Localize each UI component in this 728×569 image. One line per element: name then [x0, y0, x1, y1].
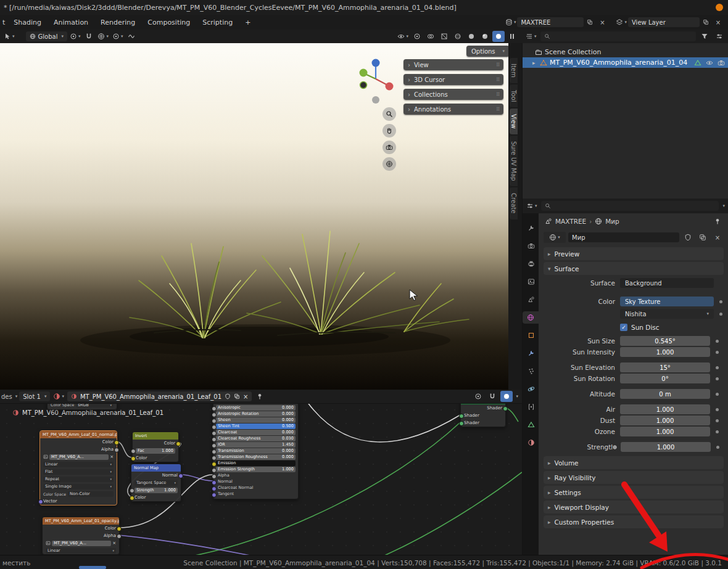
grip-handle-icon[interactable]: ⠿	[496, 92, 499, 97]
xray-toggle[interactable]	[438, 31, 450, 42]
pin-id-button[interactable]	[711, 216, 724, 227]
snap-target-button[interactable]	[472, 391, 484, 402]
duplicate-material-icon[interactable]	[234, 393, 240, 399]
show-overlays-toggle[interactable]	[424, 31, 437, 42]
node-dropdown[interactable]: Flat▾	[43, 469, 114, 475]
socket-fac-in[interactable]	[131, 449, 136, 454]
collapsed-panel[interactable]: ▸Custom Properties	[544, 515, 724, 528]
unlink-material-icon[interactable]: ×	[243, 393, 248, 400]
value-slider[interactable]: 15°	[620, 362, 710, 372]
node-param[interactable]: Clearcoat Roughness 0.030	[216, 436, 296, 441]
animate-dot[interactable]	[716, 430, 719, 433]
view-layer-icon[interactable]: ▾	[614, 17, 628, 28]
animate-dot[interactable]	[719, 313, 722, 316]
fac-slider[interactable]: Fac1.000	[136, 448, 175, 454]
value-slider[interactable]: 1.000	[620, 427, 710, 436]
node-param[interactable]: Transmission Roughness 0.000	[216, 454, 296, 460]
unlink-image-icon[interactable]: ×	[110, 454, 114, 459]
properties-tab-tool[interactable]	[524, 222, 539, 234]
outliner-row[interactable]: ▸ MT_PM_V60_Ammophila_arenaria_01_04	[523, 57, 728, 68]
node-header[interactable]: MT_PM_V60_Amm_Leaf_01_normal.p	[40, 431, 117, 438]
preview-shading-button[interactable]	[500, 391, 513, 402]
value-slider[interactable]: 1.000	[620, 404, 710, 414]
workspace-tab[interactable]: Rendering	[94, 17, 141, 28]
slot-dropdown[interactable]: Slot 1▾	[19, 391, 50, 401]
npanel-section-button[interactable]: › Collections ⠿	[403, 89, 503, 100]
socket-color-out[interactable]	[176, 441, 181, 446]
value-slider[interactable]: 1.000	[620, 415, 710, 425]
node-dropdown[interactable]: Linear▾	[46, 548, 116, 554]
sidebar-tab[interactable]: Create	[510, 187, 518, 219]
image-datablock-row[interactable]: MT_PM_V60_A... ×	[43, 539, 119, 547]
pin-button[interactable]	[254, 391, 266, 402]
properties-tab-view-layer[interactable]	[524, 276, 539, 288]
outliner-filter-button[interactable]	[698, 31, 711, 42]
navigation-gizmo[interactable]	[355, 57, 396, 107]
properties-tab-output[interactable]	[524, 258, 539, 270]
node-dropdown[interactable]: Linear▾	[43, 462, 114, 467]
sidebar-tab[interactable]: Sure UV Map	[510, 136, 518, 186]
socket-color-out[interactable]	[117, 526, 122, 531]
socket-color-in[interactable]	[131, 456, 136, 461]
node-image-texture-normal[interactable]: MT_PM_V60_Amm_Leaf_01_normal.p Color Alp…	[39, 430, 117, 506]
sidebar-tab[interactable]: Item	[510, 58, 518, 83]
add-workspace-button[interactable]: +	[239, 17, 257, 28]
disable-render-icon[interactable]	[718, 59, 725, 67]
snap-toggle[interactable]	[83, 31, 95, 42]
viewport-options-button[interactable]: Options ▾	[466, 46, 510, 57]
properties-tab-physics[interactable]	[524, 383, 539, 395]
mode-dropdown[interactable]: ▾	[2, 31, 16, 42]
node-header[interactable]: Invert	[133, 432, 178, 440]
socket-shader-in[interactable]	[459, 421, 464, 426]
surface-shader-button[interactable]: Background	[620, 278, 714, 288]
grip-handle-icon[interactable]: ⠿	[496, 62, 499, 68]
outliner-search-input[interactable]	[540, 31, 696, 41]
socket-strength-in[interactable]	[130, 488, 134, 493]
panel-preview[interactable]: ▸Preview	[544, 247, 724, 260]
node-header[interactable]: Normal Map	[131, 464, 181, 472]
animate-dot[interactable]	[716, 419, 719, 422]
node-socket-in[interactable]	[212, 493, 217, 497]
colorspace-dropdown[interactable]: Non-Color	[68, 491, 114, 497]
camera-view-button[interactable]	[383, 141, 396, 154]
pause-render-button[interactable]	[506, 31, 518, 42]
node-param[interactable]: Clearcoat Normal	[216, 485, 296, 491]
node-param[interactable]: Anisotropic 0.000	[216, 405, 296, 411]
shading-material-button[interactable]	[479, 31, 491, 42]
panel-surface[interactable]: ▾Surface	[544, 262, 724, 275]
workspace-tab[interactable]: Shading	[7, 17, 48, 28]
properties-tab-render[interactable]	[524, 240, 539, 252]
socket-alpha-out[interactable]	[114, 448, 119, 452]
editor-type-outliner-button[interactable]: ▾	[524, 31, 538, 42]
node-param[interactable]: Normal	[216, 479, 296, 485]
collapsed-panel[interactable]: ▸Volume	[544, 456, 724, 469]
animate-dot[interactable]	[716, 446, 719, 449]
node-dropdown[interactable]: Repeat▾	[43, 477, 114, 482]
node-header[interactable]: MT_PM_V60_Amm_Leaf_01_opacity.jp	[43, 517, 119, 525]
animate-dot[interactable]	[716, 366, 719, 369]
shading-rendered-button[interactable]	[492, 31, 505, 42]
new-scene-button[interactable]	[584, 17, 596, 28]
view-layer-name-field[interactable]: View Layer	[628, 17, 700, 27]
node-invert[interactable]: Invert Color Fac1.000 Color	[132, 432, 179, 462]
show-gizmo-toggle[interactable]	[411, 31, 423, 42]
socket-color-out[interactable]	[114, 440, 119, 445]
node-param[interactable]: Transmission 0.000	[216, 448, 296, 454]
npanel-section-button[interactable]: › 3D Cursor ⠿	[403, 74, 503, 85]
orientation-dropdown[interactable]: Global ▾	[26, 31, 67, 41]
unlink-image-icon[interactable]: ×	[112, 541, 116, 546]
properties-tab-constraints[interactable]	[524, 401, 539, 413]
sun-disc-checkbox[interactable]: ✓ Sun Disc	[620, 324, 722, 331]
shading-wireframe-button[interactable]	[452, 31, 464, 42]
properties-search-input[interactable]	[541, 201, 719, 211]
falloff-dropdown[interactable]	[125, 31, 138, 42]
node-param[interactable]: Alpha	[216, 473, 296, 478]
node-principled-bsdf[interactable]: Anisotropic 0.000 Anisotropic Rotation 0…	[213, 402, 299, 499]
socket-shader-in[interactable]	[459, 414, 464, 419]
value-slider[interactable]: 1.000	[620, 347, 710, 357]
node-param[interactable]: Sheen Tint 0.500	[216, 424, 296, 429]
browse-world-button[interactable]: ▾	[544, 232, 566, 243]
breadcrumb-scene[interactable]: MAXTREE	[555, 218, 586, 225]
workspace-tab-partial[interactable]: t	[0, 17, 7, 28]
node-param[interactable]: IOR 1.450	[216, 442, 296, 448]
